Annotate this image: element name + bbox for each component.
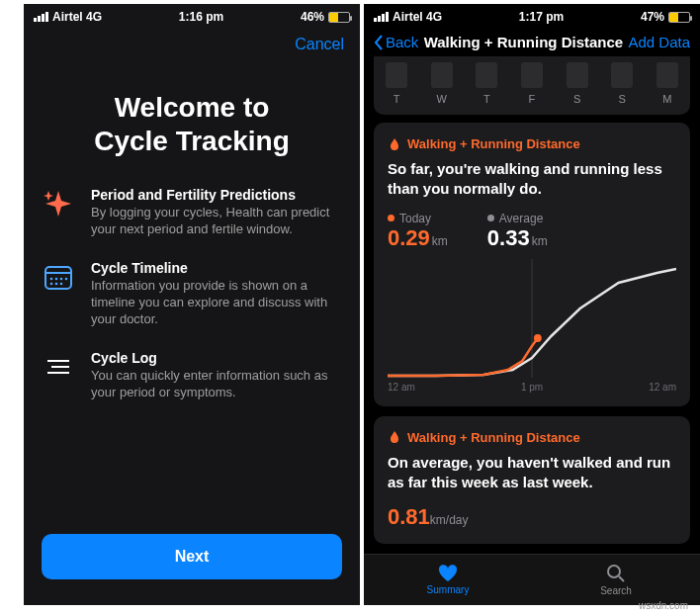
status-time: 1:17 pm: [519, 10, 564, 24]
signal-icon: [34, 12, 48, 22]
feature-predictions: Period and Fertility Predictions By logg…: [42, 187, 342, 238]
svg-point-15: [534, 334, 542, 342]
feature-log: Cycle Log You can quickly enter informat…: [42, 350, 342, 401]
card-title-text: Walking + Running Distance: [407, 430, 580, 445]
screen-walking-running-distance: Airtel 4G 1:17 pm 47% Back Walking + Run…: [364, 4, 700, 605]
battery-percent: 47%: [641, 10, 664, 24]
svg-point-16: [608, 566, 620, 577]
watermark: wsxdn.com: [639, 600, 688, 611]
signal-icon: [374, 12, 389, 22]
add-data-button[interactable]: Add Data: [628, 34, 690, 50]
week-day[interactable]: W: [431, 62, 453, 105]
today-unit: km: [432, 234, 448, 248]
week-day[interactable]: S: [611, 62, 633, 105]
feature-title: Cycle Timeline: [91, 260, 342, 276]
svg-point-7: [65, 278, 68, 281]
tab-label: Search: [600, 585, 632, 596]
feature-list: Period and Fertility Predictions By logg…: [24, 177, 360, 432]
chart-x-axis: 12 am 1 pm 12 am: [388, 382, 676, 393]
card-weekly-average[interactable]: Walking + Running Distance On average, y…: [374, 416, 690, 545]
svg-point-4: [50, 278, 53, 281]
feature-timeline: Cycle Timeline Information you provide i…: [42, 260, 342, 328]
feature-desc: Information you provide is shown on a ti…: [91, 278, 342, 328]
svg-line-17: [619, 576, 624, 581]
back-label: Back: [386, 34, 418, 50]
week-day[interactable]: F: [521, 62, 543, 105]
feature-desc: By logging your cycles, Health can predi…: [91, 205, 342, 238]
today-label: Today: [399, 212, 431, 225]
chevron-left-icon: [374, 35, 384, 50]
battery-icon: [668, 12, 690, 23]
nav-row: Cancel: [24, 28, 360, 61]
dot-icon: [487, 215, 494, 221]
tab-summary[interactable]: Summary: [364, 555, 532, 605]
title-line2: Cycle Tracking: [94, 126, 290, 156]
svg-point-9: [55, 283, 58, 286]
today-value: 0.29: [388, 225, 430, 250]
next-button[interactable]: Next: [42, 534, 342, 579]
feature-desc: You can quickly enter information such a…: [91, 368, 342, 401]
distance-chart: [388, 259, 676, 378]
tab-bar: Summary Search: [364, 554, 700, 605]
card-today-vs-average[interactable]: Walking + Running Distance So far, you'r…: [374, 123, 690, 406]
week-selector[interactable]: T W T F S S M: [374, 56, 690, 115]
svg-marker-1: [44, 191, 53, 201]
feature-title: Cycle Log: [91, 350, 342, 366]
week-day[interactable]: T: [476, 62, 497, 105]
flame-icon: [388, 137, 401, 151]
card-title-text: Walking + Running Distance: [407, 136, 580, 151]
screen-cycle-tracking-intro: Airtel 4G 1:16 pm 46% Cancel Welcome to …: [24, 4, 360, 605]
week-day[interactable]: M: [656, 62, 678, 105]
welcome-heading: Welcome to Cycle Tracking: [24, 61, 360, 177]
week-day[interactable]: T: [386, 62, 407, 105]
tab-search[interactable]: Search: [532, 555, 700, 605]
back-button[interactable]: Back: [374, 34, 418, 50]
status-bar: Airtel 4G 1:16 pm 46%: [24, 4, 360, 28]
card-subtitle: So far, you're walking and running less …: [388, 159, 676, 200]
list-icon: [42, 350, 75, 384]
card-subtitle: On average, you haven't walked and run a…: [388, 453, 676, 493]
flame-icon: [388, 430, 401, 444]
feature-title: Period and Fertility Predictions: [91, 187, 342, 203]
nav-bar: Back Walking + Running Distance Add Data: [364, 28, 700, 56]
tab-label: Summary: [427, 584, 470, 595]
carrier-label: Airtel 4G: [52, 10, 102, 24]
svg-point-8: [50, 283, 53, 286]
calendar-icon: [42, 260, 75, 294]
average-label: Average: [499, 212, 543, 225]
status-time: 1:16 pm: [179, 10, 223, 24]
status-bar: Airtel 4G 1:17 pm 47%: [364, 4, 700, 28]
average-value: 0.33: [487, 225, 530, 250]
svg-point-6: [60, 278, 63, 281]
nav-title: Walking + Running Distance: [424, 34, 624, 50]
weekly-avg-value: 0.81: [388, 504, 430, 529]
week-day[interactable]: S: [567, 62, 588, 105]
weekly-avg-unit: km/day: [430, 513, 469, 527]
title-line1: Welcome to: [115, 92, 270, 123]
battery-percent: 46%: [301, 10, 324, 24]
sparkle-icon: [42, 187, 75, 220]
dot-icon: [388, 215, 394, 221]
svg-rect-2: [45, 267, 71, 289]
carrier-label: Airtel 4G: [393, 10, 442, 24]
svg-point-10: [60, 283, 63, 286]
average-unit: km: [532, 234, 548, 248]
cancel-button[interactable]: Cancel: [295, 36, 344, 53]
battery-icon: [328, 12, 350, 23]
heart-icon: [438, 565, 458, 582]
search-icon: [606, 564, 626, 583]
svg-point-5: [55, 278, 58, 281]
